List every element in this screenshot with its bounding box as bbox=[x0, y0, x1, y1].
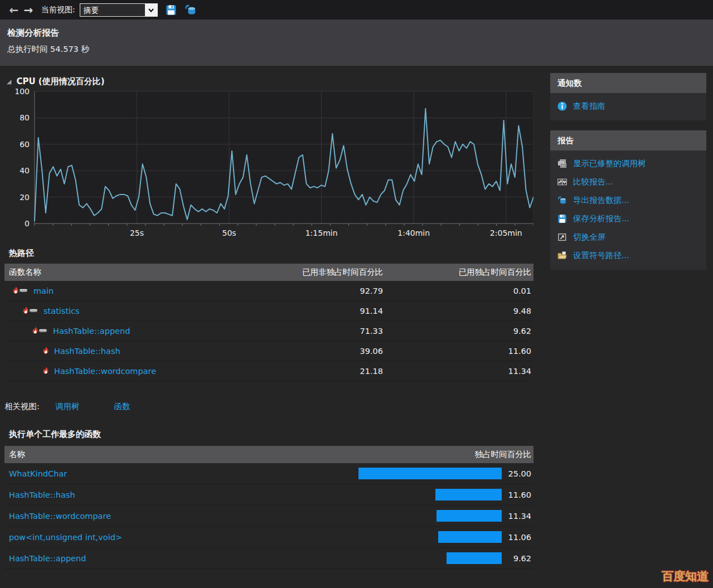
forward-arrow-icon[interactable]: → bbox=[21, 3, 36, 17]
table-row: statistics 91.14 9.48 bbox=[4, 301, 533, 321]
table-row: HashTable::append 9.62 bbox=[4, 548, 533, 569]
export-data-icon bbox=[557, 196, 567, 205]
sidebar: 通知数 查看指南 报告 bbox=[550, 73, 706, 270]
fullscreen-icon bbox=[557, 232, 567, 242]
link-label: 切换全屏 bbox=[573, 232, 605, 242]
col-inclusive-percent: 已用非独占时间百分比 bbox=[261, 267, 384, 278]
view-guidance-link[interactable]: 查看指南 bbox=[550, 97, 706, 115]
cpu-section-header[interactable]: ◢ CPU (使用情况百分比) bbox=[7, 75, 533, 88]
set-symbol-paths-link[interactable]: 设置符号路径... bbox=[550, 246, 706, 265]
call-tree-link[interactable]: 调用树 bbox=[55, 401, 80, 412]
exclusive-value: 9.48 bbox=[384, 307, 533, 315]
link-label: 保存分析报告... bbox=[573, 213, 629, 224]
reports-panel-title: 报告 bbox=[550, 130, 706, 150]
cpu-chart-title: CPU (使用情况百分比) bbox=[16, 76, 104, 87]
function-link[interactable]: statistics bbox=[43, 307, 80, 315]
exclusive-value: 11.34 bbox=[502, 512, 533, 521]
function-link[interactable]: HashTable::append bbox=[9, 554, 86, 563]
exclusive-time-bar bbox=[438, 531, 502, 543]
function-link[interactable]: WhatKindChar bbox=[9, 469, 67, 478]
exclusive-value: 9.62 bbox=[384, 327, 533, 336]
export-report-data-link[interactable]: 导出报告数据... bbox=[550, 191, 706, 210]
function-link[interactable]: main bbox=[33, 286, 54, 295]
hot-path-table: 函数名称 已用非独占时间百分比 已用独占时间百分比 main 92.79 0.0… bbox=[4, 264, 533, 381]
table-row: WhatKindChar 25.00 bbox=[4, 463, 533, 484]
save-report-button[interactable] bbox=[166, 4, 177, 16]
link-label: 查看指南 bbox=[573, 101, 605, 111]
table-row: HashTable::hash 39.06 11.60 bbox=[4, 341, 533, 361]
link-label: 导出报告数据... bbox=[573, 195, 629, 206]
function-link[interactable]: pow<int,unsigned int,void> bbox=[9, 533, 122, 542]
col-function-name: 函数名称 bbox=[4, 267, 261, 278]
show-trimmed-call-tree-link[interactable]: 显示已修整的调用树 bbox=[550, 154, 706, 173]
content: ◢ CPU (使用情况百分比) 02040608010025s50s1:15mi… bbox=[0, 66, 713, 569]
inclusive-value: 92.79 bbox=[261, 286, 384, 295]
table-row: main 92.79 0.01 bbox=[4, 281, 533, 301]
svg-text:40: 40 bbox=[20, 166, 30, 175]
page-title: 检测分析报告 bbox=[7, 27, 713, 39]
call-tree-icon bbox=[557, 159, 567, 168]
flame-icon bbox=[42, 367, 50, 375]
dropdown-chevron-button[interactable] bbox=[145, 4, 157, 16]
svg-text:2:05min: 2:05min bbox=[490, 229, 522, 237]
exclusive-time-bar bbox=[447, 552, 502, 564]
export-data-icon bbox=[185, 4, 197, 16]
svg-text:1:15min: 1:15min bbox=[305, 229, 338, 237]
save-icon bbox=[166, 4, 177, 16]
save-analysis-report-link[interactable]: 保存分析报告... bbox=[550, 210, 706, 228]
svg-text:0: 0 bbox=[25, 219, 30, 228]
inclusive-value: 21.18 bbox=[261, 367, 384, 376]
col-exclusive-percent: 已用独占时间百分比 bbox=[384, 267, 533, 278]
current-view-label: 当前视图: bbox=[41, 5, 75, 15]
function-link[interactable]: HashTable::wordcompare bbox=[9, 512, 111, 521]
svg-text:50s: 50s bbox=[222, 229, 236, 237]
exclusive-value: 11.60 bbox=[384, 347, 533, 356]
function-link[interactable]: HashTable::hash bbox=[54, 347, 120, 356]
top-functions-table: 名称 独占时间百分比 WhatKindChar 25.00 HashTable:… bbox=[4, 446, 533, 569]
exclusive-time-bar bbox=[435, 489, 502, 500]
folder-icon bbox=[557, 251, 567, 260]
svg-text:20: 20 bbox=[20, 193, 30, 202]
toolbar: ← → 当前视图: 摘要 bbox=[0, 0, 713, 20]
functions-link[interactable]: 函数 bbox=[114, 401, 130, 412]
inclusive-value: 71.33 bbox=[261, 327, 384, 336]
report-header: 检测分析报告 总执行时间 54.573 秒 bbox=[0, 20, 713, 66]
reports-panel: 报告 显示已修整的调用树 bbox=[550, 130, 706, 270]
col-name: 名称 bbox=[4, 449, 279, 460]
exclusive-time-bar bbox=[358, 468, 502, 479]
svg-text:1:40min: 1:40min bbox=[397, 229, 430, 237]
function-link[interactable]: HashTable::append bbox=[53, 327, 130, 336]
toggle-fullscreen-link[interactable]: 切换全屏 bbox=[550, 228, 706, 246]
save-icon bbox=[557, 214, 567, 223]
exclusive-value: 9.62 bbox=[502, 554, 533, 563]
hot-path-title: 热路径 bbox=[9, 248, 533, 260]
baidu-zhidao-watermark: 百度知道 bbox=[662, 568, 709, 584]
compare-reports-link[interactable]: 比较报告... bbox=[550, 173, 706, 191]
current-view-dropdown[interactable]: 摘要 bbox=[80, 3, 158, 17]
export-report-button[interactable] bbox=[185, 4, 197, 16]
table-row: HashTable::hash 11.60 bbox=[4, 484, 533, 506]
flame-icon bbox=[42, 347, 50, 355]
related-views-label: 相关视图: bbox=[4, 401, 40, 412]
function-link[interactable]: HashTable::wordcompare bbox=[54, 367, 156, 376]
cpu-usage-chart[interactable]: 02040608010025s50s1:15min1:40min2:05min bbox=[16, 88, 533, 240]
back-arrow-icon[interactable]: ← bbox=[7, 3, 21, 17]
col-exclusive-time-percent: 独占时间百分比 bbox=[279, 449, 533, 460]
link-label: 比较报告... bbox=[573, 177, 613, 187]
notifications-panel-title: 通知数 bbox=[550, 73, 706, 93]
inclusive-value: 39.06 bbox=[261, 347, 384, 356]
main-column: ◢ CPU (使用情况百分比) 02040608010025s50s1:15mi… bbox=[0, 66, 533, 569]
table-row: HashTable::wordcompare 11.34 bbox=[4, 506, 533, 527]
total-time-subtitle: 总执行时间 54.573 秒 bbox=[7, 44, 713, 55]
top-functions-title: 执行单个工作最多的函数 bbox=[9, 429, 533, 441]
inclusive-value: 91.14 bbox=[261, 307, 384, 315]
hot-path-table-header: 函数名称 已用非独占时间百分比 已用独占时间百分比 bbox=[4, 264, 533, 281]
link-label: 设置符号路径... bbox=[573, 250, 629, 261]
exclusive-value: 0.01 bbox=[384, 286, 533, 295]
collapse-triangle-icon[interactable]: ◢ bbox=[7, 78, 11, 85]
link-label: 显示已修整的调用树 bbox=[573, 158, 646, 169]
exclusive-value: 11.34 bbox=[384, 367, 533, 376]
function-link[interactable]: HashTable::hash bbox=[9, 490, 75, 499]
svg-text:25s: 25s bbox=[130, 229, 144, 237]
svg-text:60: 60 bbox=[20, 140, 30, 149]
